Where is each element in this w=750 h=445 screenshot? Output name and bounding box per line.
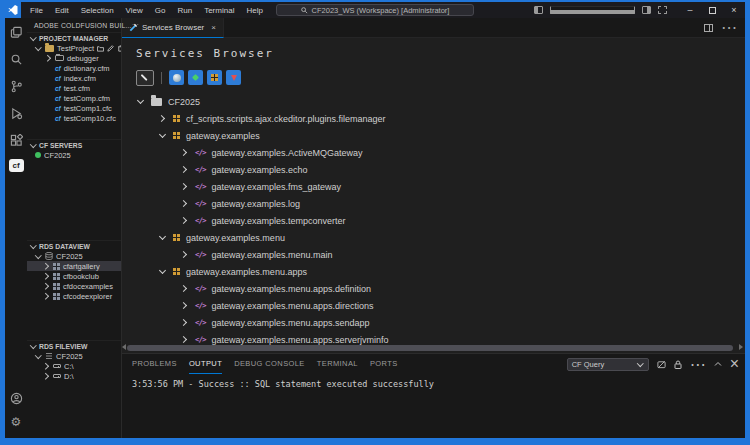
expand-chevron-icon[interactable] [180, 149, 189, 156]
output-log[interactable]: 3:53:56 PM - Success :: SQL statement ex… [122, 374, 745, 389]
tree-row[interactable]: gateway.examples.menu.apps.directions [122, 297, 745, 314]
split-editor-icon[interactable] [704, 24, 713, 32]
clear-output-icon[interactable] [657, 360, 666, 369]
tab-close-icon[interactable]: × [211, 23, 216, 32]
menu-item[interactable]: File [25, 4, 48, 17]
toggle-sidebar-icon[interactable] [534, 6, 543, 14]
tree-row[interactable]: gateway.examples.menu.main [122, 246, 745, 263]
coldfusion-view-icon[interactable]: cf [9, 159, 24, 172]
tree-row[interactable]: gateway.examples.menu.apps.sendapp [122, 314, 745, 331]
project-file-row[interactable]: testComp1.cfc [27, 103, 121, 113]
expand-chevron-icon[interactable] [180, 302, 189, 309]
editor-more-actions-icon[interactable]: ⋯ [721, 18, 737, 37]
tree-row[interactable]: gateway.examples.menu [122, 229, 745, 246]
close-button[interactable]: × [723, 2, 745, 18]
output-channel-select[interactable]: CF Query [567, 358, 649, 371]
expand-chevron-icon[interactable] [158, 115, 167, 122]
rds-fileview-header[interactable]: RDS FILEVIEW [27, 340, 121, 351]
toggle-panel-icon[interactable] [550, 6, 635, 14]
dataview-root-row[interactable]: CF2025 [27, 251, 121, 261]
extensions-icon[interactable] [8, 132, 24, 148]
panel-tab[interactable]: DEBUG CONSOLE [234, 354, 305, 374]
run-debug-icon[interactable] [8, 105, 24, 121]
toggle-secondary-sidebar-icon[interactable] [642, 6, 651, 14]
project-file-row[interactable]: index.cfm [27, 73, 121, 83]
tree-row[interactable]: gateway.examples.log [122, 195, 745, 212]
vscode-logo-icon[interactable] [5, 2, 21, 18]
horizontal-scrollbar[interactable] [127, 345, 733, 351]
wand-tool-button[interactable] [136, 70, 154, 86]
maximize-button[interactable] [701, 2, 723, 18]
tree-row[interactable]: gateway.examples.echo [122, 161, 745, 178]
expand-chevron-icon[interactable] [158, 132, 167, 139]
customize-layout-icon[interactable] [658, 6, 667, 14]
account-icon[interactable] [8, 390, 24, 406]
server-row[interactable]: CF2025 [27, 150, 121, 160]
tree-row[interactable]: gateway.examples.tempconverter [122, 212, 745, 229]
expand-chevron-icon[interactable] [180, 319, 189, 326]
panel-tab[interactable]: OUTPUT [189, 354, 222, 374]
menu-item[interactable]: Go [150, 4, 171, 17]
menu-item[interactable]: Help [241, 4, 267, 17]
database-row[interactable]: cfdocexamples [27, 281, 121, 291]
project-file-row[interactable]: debugger [27, 53, 121, 63]
tree-row[interactable]: CF2025 [122, 93, 745, 110]
globe-tool-button[interactable] [169, 70, 184, 85]
expand-chevron-icon[interactable] [180, 336, 189, 343]
database-row[interactable]: cfbookclub [27, 271, 121, 281]
panel-tab[interactable]: PROBLEMS [132, 354, 177, 374]
project-file-row[interactable]: dictionary.cfm [27, 63, 121, 73]
scroll-left-icon[interactable] [122, 344, 126, 350]
lock-autoscroll-icon[interactable] [674, 360, 682, 369]
project-row[interactable]: TestProject [27, 43, 121, 53]
expand-chevron-icon[interactable] [180, 251, 189, 258]
tree-row[interactable]: gateway.examples [122, 127, 745, 144]
search-view-icon[interactable] [8, 51, 24, 67]
tree-row[interactable]: gateway.examples.ActiveMQGateway [122, 144, 745, 161]
expand-chevron-icon[interactable] [180, 200, 189, 207]
project-file-row[interactable]: testComp.cfm [27, 93, 121, 103]
expand-chevron-icon[interactable] [158, 268, 167, 275]
command-center[interactable]: CF2023_WS (Workspace) [Administrator] [276, 4, 474, 16]
orange-grid-tool-button[interactable] [207, 70, 222, 85]
drive-row[interactable]: C:\ [27, 361, 121, 371]
expand-chevron-icon[interactable] [158, 234, 167, 241]
menu-item[interactable]: Edit [50, 4, 74, 17]
tree-row[interactable]: gateway.examples.menu.apps.definition [122, 280, 745, 297]
green-diamond-tool-button[interactable] [188, 70, 203, 85]
red-funnel-tool-button[interactable] [226, 70, 241, 85]
project-file-row[interactable]: test.cfm [27, 83, 121, 93]
project-manager-header[interactable]: PROJECT MANAGER [27, 32, 121, 43]
delete-trash-icon[interactable] [117, 45, 121, 52]
explorer-icon[interactable] [8, 24, 24, 40]
menu-item[interactable]: Selection [76, 4, 119, 17]
project-file-row[interactable]: testComp10.cfc [27, 113, 121, 123]
database-row[interactable]: cfartgallery [27, 261, 121, 271]
expand-chevron-icon[interactable] [180, 285, 189, 292]
panel-more-actions-icon[interactable]: ⋯ [690, 355, 706, 374]
menu-item[interactable]: Run [172, 4, 197, 17]
tree-row[interactable]: cf_scripts.scripts.ajax.ckeditor.plugins… [122, 110, 745, 127]
scroll-right-icon[interactable] [739, 344, 743, 350]
tree-row[interactable]: gateway.examples.fms_gateway [122, 178, 745, 195]
new-folder-icon[interactable] [97, 45, 104, 52]
maximize-panel-icon[interactable] [714, 361, 722, 367]
pane-more-actions-icon[interactable]: ⋯ [132, 21, 140, 29]
expand-chevron-icon[interactable] [180, 166, 189, 173]
expand-chevron-icon[interactable] [180, 217, 189, 224]
panel-tab[interactable]: TERMINAL [317, 354, 358, 374]
edit-pencil-icon[interactable] [107, 45, 114, 52]
minimize-button[interactable]: – [679, 2, 701, 18]
panel-tab[interactable]: PORTS [370, 354, 398, 374]
cf-servers-header[interactable]: CF SERVERS [27, 139, 121, 150]
database-row[interactable]: cfcodeexplorer [27, 291, 121, 301]
menu-item[interactable]: View [121, 4, 148, 17]
expand-chevron-icon[interactable] [180, 183, 189, 190]
rds-dataview-header[interactable]: RDS DATAVIEW [27, 240, 121, 251]
close-panel-icon[interactable]: × [730, 355, 739, 373]
settings-gear-icon[interactable]: ⚙ [8, 414, 24, 430]
source-control-icon[interactable] [8, 78, 24, 94]
menu-item[interactable]: Terminal [199, 4, 239, 17]
tree-row[interactable]: gateway.examples.menu.apps [122, 263, 745, 280]
drive-row[interactable]: D:\ [27, 371, 121, 381]
